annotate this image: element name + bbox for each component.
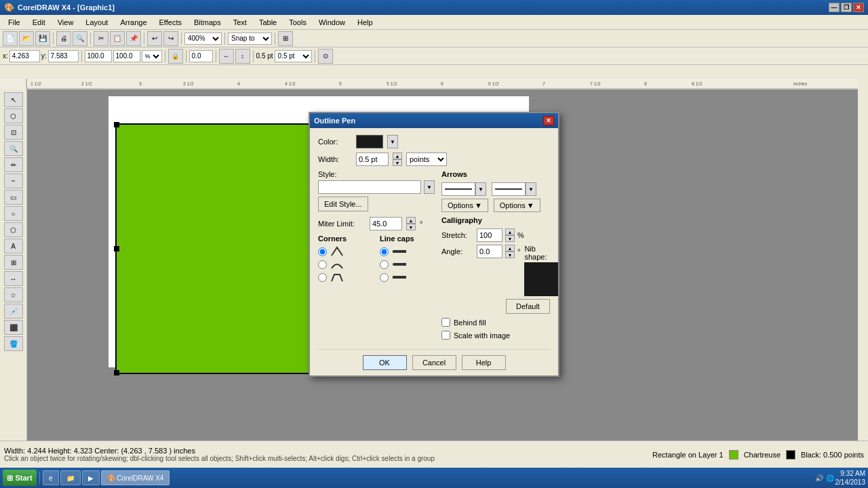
- menu-text[interactable]: Text: [228, 16, 252, 28]
- cap-square-radio[interactable]: [380, 273, 389, 282]
- menu-effects[interactable]: Effects: [154, 16, 187, 28]
- fill-color-swatch[interactable]: [729, 450, 738, 460]
- ellipse-tool[interactable]: ○: [4, 206, 23, 221]
- zoom-tool[interactable]: 🔍: [4, 141, 23, 156]
- h-input[interactable]: [113, 50, 140, 62]
- angle-input[interactable]: [189, 50, 213, 62]
- interactive-tool[interactable]: ☆: [4, 287, 23, 302]
- cap-flat-radio[interactable]: [380, 247, 389, 256]
- search-button[interactable]: 🔍: [73, 31, 87, 46]
- snap-dropdown[interactable]: Snap to: [228, 33, 272, 45]
- convert-icon[interactable]: ⊙: [318, 49, 333, 64]
- menu-edit[interactable]: Edit: [27, 16, 51, 28]
- zoom-dropdown[interactable]: 400% 200% 100%: [184, 33, 222, 45]
- undo-button[interactable]: ↩: [147, 31, 162, 46]
- miter-up[interactable]: ▲: [406, 217, 416, 224]
- new-button[interactable]: 📄: [3, 31, 18, 46]
- color-picker-arrow[interactable]: ▼: [387, 135, 398, 148]
- corner-bevel-radio[interactable]: [318, 273, 327, 282]
- right-arrow-dropdown[interactable]: ▼: [526, 182, 536, 196]
- corner-round-radio[interactable]: [318, 260, 327, 269]
- fill-tool[interactable]: 🪣: [4, 336, 23, 351]
- table-tool[interactable]: ⊞: [4, 255, 23, 270]
- menu-help[interactable]: Help: [352, 16, 378, 28]
- menu-window[interactable]: Window: [313, 16, 351, 28]
- stretch-down[interactable]: ▼: [505, 235, 515, 242]
- edit-style-button[interactable]: Edit Style...: [318, 197, 368, 211]
- node-tool[interactable]: ⬡: [4, 108, 23, 123]
- behind-fill-checkbox[interactable]: [441, 318, 450, 327]
- print-button[interactable]: 🖨: [56, 31, 71, 46]
- system-clock[interactable]: 9:32 AM 2/14/2013: [835, 469, 866, 487]
- lock-ratio-icon[interactable]: 🔒: [168, 49, 183, 64]
- left-arrow-dropdown[interactable]: ▼: [475, 182, 486, 196]
- mirror-v-icon[interactable]: ↕: [235, 49, 250, 64]
- restore-button[interactable]: ❐: [841, 3, 852, 12]
- taskbar-folder[interactable]: 📁: [60, 470, 81, 485]
- outline-dropdown[interactable]: 0.5 pt: [275, 50, 312, 62]
- polygon-tool[interactable]: ⬠: [4, 222, 23, 237]
- handle-bl[interactable]: [114, 370, 119, 375]
- width-down[interactable]: ▼: [393, 159, 402, 166]
- text-tool[interactable]: A: [4, 239, 23, 253]
- mirror-h-icon[interactable]: ↔: [219, 49, 234, 64]
- width-input[interactable]: 0.5 pt: [356, 152, 389, 166]
- menu-bitmaps[interactable]: Bitmaps: [189, 16, 226, 28]
- help-button[interactable]: Help: [462, 355, 506, 370]
- paste-button[interactable]: 📌: [126, 31, 141, 46]
- miter-input[interactable]: [370, 217, 402, 230]
- cut-button[interactable]: ✂: [94, 31, 108, 46]
- corner-miter-radio[interactable]: [318, 247, 327, 256]
- unit-dropdown[interactable]: %: [142, 50, 162, 62]
- menu-layout[interactable]: Layout: [80, 16, 113, 28]
- taskbar-ie[interactable]: e: [43, 470, 59, 485]
- eyedropper-tool[interactable]: 💉: [4, 304, 23, 319]
- x-input[interactable]: [9, 50, 40, 62]
- smart-draw-tool[interactable]: ~: [4, 174, 23, 188]
- width-unit-select[interactable]: points mm inches: [406, 152, 447, 166]
- options-left-button[interactable]: Options ▼: [441, 199, 488, 212]
- menu-arrange[interactable]: Arrange: [115, 16, 152, 28]
- scale-image-checkbox[interactable]: [441, 331, 450, 340]
- width-up[interactable]: ▲: [393, 152, 402, 159]
- crop-tool[interactable]: ⊡: [4, 125, 23, 140]
- rect-tool[interactable]: ▭: [4, 190, 23, 205]
- menu-table[interactable]: Table: [254, 16, 282, 28]
- angle-up[interactable]: ▲: [505, 245, 515, 251]
- handle-tl[interactable]: [114, 122, 119, 127]
- angle-down[interactable]: ▼: [505, 251, 515, 258]
- options-right-button[interactable]: Options ▼: [494, 199, 540, 212]
- outline-tool[interactable]: ⬛: [4, 320, 23, 335]
- menu-file[interactable]: File: [3, 16, 26, 28]
- menu-tools[interactable]: Tools: [283, 16, 312, 28]
- copy-button[interactable]: 📋: [110, 31, 125, 46]
- color-picker-button[interactable]: [356, 135, 383, 148]
- close-button[interactable]: ✕: [853, 3, 864, 12]
- stretch-up[interactable]: ▲: [505, 228, 515, 235]
- start-button[interactable]: ⊞ Start: [3, 470, 37, 486]
- taskbar-coreldraw[interactable]: 🎨 CorelDRAW X4: [101, 470, 170, 485]
- handle-ml[interactable]: [114, 246, 119, 251]
- angle-input[interactable]: [477, 245, 502, 258]
- dimension-tool[interactable]: ↔: [4, 271, 23, 286]
- w-input[interactable]: [85, 50, 112, 62]
- freehand-tool[interactable]: ✏: [4, 157, 23, 172]
- style-dropdown-btn[interactable]: ▼: [424, 180, 435, 194]
- miter-down[interactable]: ▼: [406, 224, 416, 230]
- select-tool[interactable]: ↖: [4, 92, 23, 107]
- outline-color-swatch[interactable]: [786, 450, 795, 460]
- redo-button[interactable]: ↪: [163, 31, 178, 46]
- open-button[interactable]: 📂: [19, 31, 34, 46]
- taskbar-media[interactable]: ▶: [82, 470, 100, 485]
- default-button[interactable]: Default: [506, 299, 550, 314]
- cap-round-radio[interactable]: [380, 260, 389, 269]
- dialog-close-button[interactable]: ✕: [543, 116, 554, 125]
- cancel-button[interactable]: Cancel: [412, 355, 456, 370]
- stretch-input[interactable]: [477, 228, 502, 242]
- menu-view[interactable]: View: [52, 16, 79, 28]
- ok-button[interactable]: OK: [363, 355, 407, 370]
- minimize-button[interactable]: —: [829, 3, 840, 12]
- y-input[interactable]: [48, 50, 79, 62]
- save-button[interactable]: 💾: [35, 31, 50, 46]
- snap-icon[interactable]: ⊞: [278, 31, 293, 46]
